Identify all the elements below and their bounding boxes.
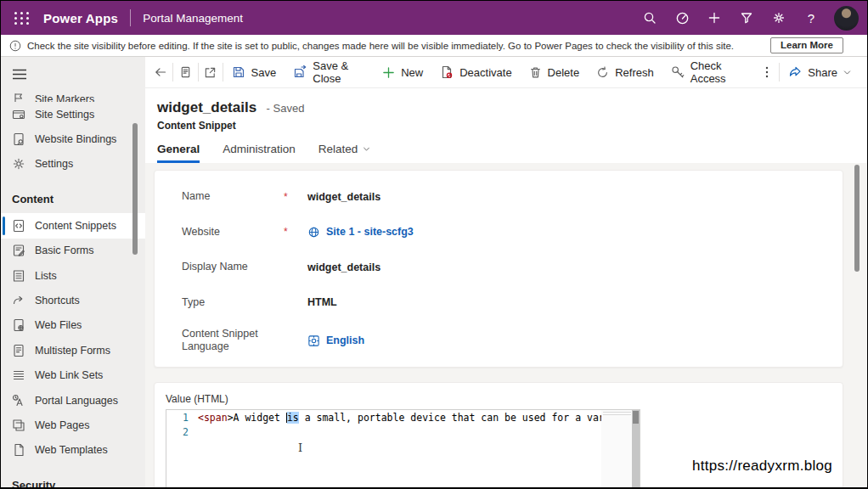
language-lookup-link[interactable]: English: [307, 334, 843, 347]
form-content-area: Name * widget_details Website * Site 1 -…: [145, 163, 867, 487]
site-settings-icon: [12, 108, 25, 121]
multistep-forms-icon: [12, 344, 25, 357]
sidebar-item-content-snippets[interactable]: Content Snippets: [1, 213, 145, 238]
search-icon[interactable]: [634, 1, 666, 35]
share-button[interactable]: Share: [780, 57, 860, 87]
html-code-editor[interactable]: 1 <span>A widget is a small, portable de…: [166, 409, 640, 489]
sidebar-section-header: Security: [1, 463, 145, 487]
field-website: Website * Site 1 - site-scfg3: [182, 215, 843, 250]
waffle-menu-icon[interactable]: [14, 12, 30, 25]
required-asterisk: *: [282, 226, 307, 238]
sidebar-scrollbar[interactable]: [132, 123, 138, 255]
basic-forms-icon: [12, 244, 25, 257]
field-display-name: Display Name widget_details: [182, 250, 843, 285]
environment-gauge-icon[interactable]: [666, 1, 698, 35]
site-markers-icon: [12, 92, 25, 102]
sidebar-item-settings[interactable]: Settings: [1, 152, 145, 177]
sidebar-item-site-settings[interactable]: Site Settings: [1, 102, 145, 126]
language-icon: [307, 334, 320, 347]
app-window: Power Apps Portal Management ? Check the…: [0, 0, 868, 489]
topbar-divider: [130, 9, 131, 26]
code-line-1[interactable]: <span>A widget is a small, portable devi…: [198, 411, 628, 424]
sidebar-section-header: Content: [1, 177, 145, 213]
field-language: Content Snippet Language English: [182, 320, 843, 361]
back-button[interactable]: [149, 57, 172, 87]
globe-icon: [307, 226, 320, 239]
watermark-url: https://readyxrm.blog: [692, 458, 832, 475]
deactivate-icon: [440, 65, 454, 79]
refresh-button[interactable]: Refresh: [588, 57, 662, 87]
share-icon: [788, 65, 802, 79]
general-section-card: Name * widget_details Website * Site 1 -…: [154, 170, 843, 368]
lists-icon: [12, 269, 25, 283]
save-status: - Saved: [267, 102, 305, 115]
help-icon[interactable]: ?: [795, 1, 827, 35]
editor-scrollbar[interactable]: [632, 410, 640, 489]
deactivate-button[interactable]: Deactivate: [431, 57, 520, 87]
sidebar-item-web-link-sets[interactable]: Web Link Sets: [1, 363, 145, 388]
delete-trash-icon: [529, 65, 542, 79]
sidebar-item-lists[interactable]: Lists: [1, 263, 145, 288]
learn-more-button[interactable]: Learn More: [770, 37, 843, 53]
value-html-label: Value (HTML): [166, 393, 843, 405]
save-close-button[interactable]: Save & Close: [285, 57, 374, 87]
sidebar-item-web-pages[interactable]: Web Pages: [1, 413, 145, 437]
line-number: 2: [166, 425, 189, 439]
website-bindings-icon: [12, 132, 25, 146]
add-icon[interactable]: [698, 1, 730, 35]
sidebar-item-web-templates[interactable]: Web Templates: [1, 438, 145, 463]
shortcuts-icon: [12, 294, 25, 307]
editor-minimap: [601, 410, 634, 489]
sidebar-item-website-bindings[interactable]: Website Bindings: [1, 126, 145, 151]
save-button[interactable]: Save: [223, 57, 285, 87]
type-value[interactable]: HTML: [307, 296, 843, 308]
popout-icon[interactable]: [198, 57, 222, 87]
delete-button[interactable]: Delete: [521, 57, 589, 87]
save-close-icon: [293, 65, 307, 79]
sidebar-item-site-markers[interactable]: Site Markers: [1, 89, 145, 102]
command-bar: Save Save & Close New Deactivate: [145, 57, 867, 88]
main-scrollbar[interactable]: [854, 165, 860, 272]
display-name-value[interactable]: widget_details: [307, 261, 843, 273]
refresh-icon: [596, 66, 609, 79]
sidebar-item-shortcuts[interactable]: Shortcuts: [1, 288, 145, 312]
line-number: 1: [166, 411, 189, 424]
main-panel: Save Save & Close New Deactivate: [145, 57, 867, 487]
app-title[interactable]: Power Apps: [43, 11, 118, 25]
banner-message: Check the site visibility before editing…: [27, 41, 734, 51]
new-button[interactable]: New: [374, 57, 431, 87]
settings-icon: [12, 157, 25, 171]
check-access-button[interactable]: Check Access: [662, 57, 753, 87]
field-type: Type HTML: [182, 285, 843, 321]
tab-general[interactable]: General: [157, 143, 200, 163]
sidebar-item-basic-forms[interactable]: Basic Forms: [1, 239, 145, 263]
name-value[interactable]: widget_details: [307, 191, 843, 203]
info-icon: [9, 40, 21, 52]
hamburger-menu-icon[interactable]: [1, 57, 145, 89]
user-avatar[interactable]: [834, 6, 859, 31]
sidebar-nav: Site MarkersSite SettingsWebsite Binding…: [1, 89, 145, 487]
sidebar-item-portal-languages[interactable]: Portal Languages: [1, 388, 145, 413]
entity-name: Content Snippet: [157, 120, 867, 132]
value-section-card: Value (HTML) 1 <span>A widget is a small…: [154, 382, 843, 489]
settings-gear-icon[interactable]: [763, 1, 795, 35]
web-pages-icon: [12, 419, 25, 432]
field-name: Name * widget_details: [182, 179, 843, 215]
form-selector-icon[interactable]: [173, 57, 197, 87]
environment-title[interactable]: Portal Management: [143, 12, 243, 25]
new-plus-icon: [382, 66, 395, 79]
website-lookup-link[interactable]: Site 1 - site-scfg3: [307, 226, 843, 239]
filter-icon[interactable]: [730, 1, 763, 35]
chevron-down-icon: [362, 144, 371, 154]
key-icon: [671, 65, 685, 79]
chevron-down-icon: [843, 68, 852, 77]
more-commands-icon[interactable]: [755, 57, 779, 87]
web-link-sets-icon: [12, 368, 25, 382]
sidebar-item-multistep-forms[interactable]: Multistep Forms: [1, 338, 145, 363]
sidebar-item-web-files[interactable]: Web Files: [1, 313, 145, 338]
web-templates-icon: [12, 443, 25, 457]
portal-languages-icon: [12, 394, 25, 408]
tab-related[interactable]: Related: [318, 143, 372, 163]
form-tabs: General Administration Related: [157, 143, 867, 163]
tab-administration[interactable]: Administration: [223, 143, 296, 163]
